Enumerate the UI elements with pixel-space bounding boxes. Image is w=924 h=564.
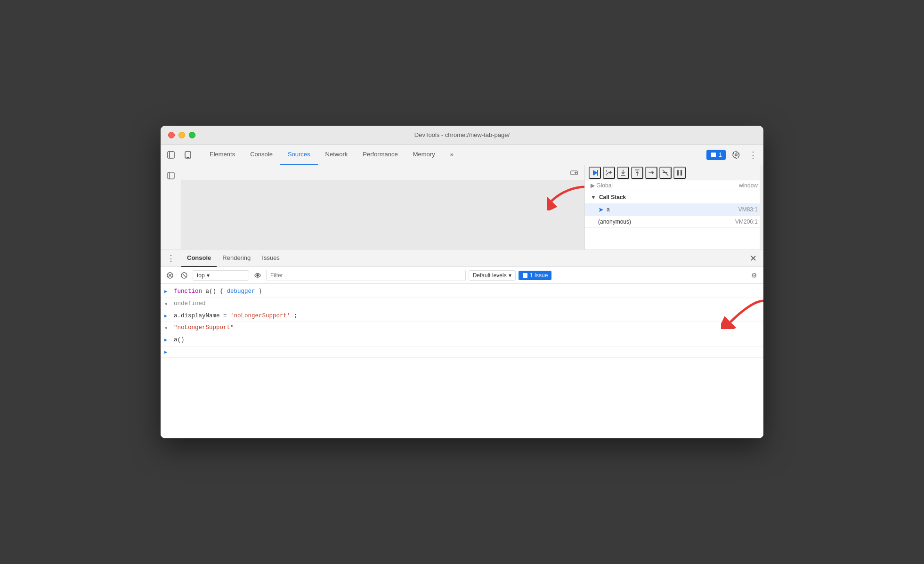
call-stack-header[interactable]: ▼ Call Stack <box>585 191 763 203</box>
console-tab-rendering[interactable]: Rendering <box>217 250 256 267</box>
svg-rect-17 <box>681 170 682 176</box>
input-arrow-3: ▶ <box>164 313 172 320</box>
console-line-5: ▶ a() <box>161 334 763 346</box>
svg-rect-26 <box>523 273 527 278</box>
tab-sources[interactable]: Sources <box>280 145 318 165</box>
window-title: DevTools - chrome://new-tab-page/ <box>414 131 510 138</box>
svg-rect-5 <box>168 172 174 179</box>
console-output: ▶ function a() { debugger } ◀ undefined <box>161 284 763 438</box>
prompt-arrow: ▶ <box>164 349 172 356</box>
sources-editor <box>181 165 584 250</box>
active-frame-arrow: ➤ <box>598 206 604 213</box>
fn-anonymous-label: (anonymous) <box>598 218 631 225</box>
svg-rect-8 <box>597 170 598 176</box>
fn-anonymous-location: VM206:1 <box>735 218 758 225</box>
step-out-button[interactable] <box>631 167 643 179</box>
more-sources-button[interactable] <box>567 166 581 179</box>
console-text-5: a() <box>174 336 760 345</box>
svg-rect-3 <box>186 157 189 158</box>
step-button[interactable] <box>645 167 657 179</box>
log-levels-button[interactable]: Default levels ▾ <box>469 270 516 281</box>
minimize-button[interactable] <box>178 132 185 138</box>
clear-console-button[interactable] <box>164 270 176 281</box>
step-into-button[interactable] <box>617 167 629 179</box>
svg-marker-7 <box>593 170 598 176</box>
more-options-button[interactable]: ⋮ <box>746 148 760 161</box>
console-text-3: a.displayName = 'noLongerSupport' ; <box>174 312 760 321</box>
sources-panel: ▶ Global window ▼ Call Stack ➤ a VM83:1 <box>161 165 763 250</box>
svg-point-25 <box>257 274 259 276</box>
tab-console[interactable]: Console <box>243 145 280 165</box>
top-toolbar: Elements Console Sources Network Perform… <box>161 145 763 165</box>
traffic-lights <box>168 132 195 138</box>
cursor-tool-button[interactable] <box>164 148 178 161</box>
console-text-2: undefined <box>174 299 760 308</box>
console-filter-input[interactable] <box>266 270 466 281</box>
tab-elements[interactable]: Elements <box>202 145 243 165</box>
sources-sidebar <box>161 165 181 250</box>
input-arrow-1: ▶ <box>164 288 172 295</box>
console-tabs-bar: ⋮ Console Rendering Issues ✕ <box>161 250 763 267</box>
input-arrow-5: ▶ <box>164 337 172 344</box>
svg-rect-15 <box>663 172 667 173</box>
scope-global-row: ▶ Global window <box>585 180 763 191</box>
tab-memory[interactable]: Memory <box>405 145 443 165</box>
console-settings-button[interactable]: ⚙ <box>748 270 760 281</box>
issues-badge-button[interactable]: 1 <box>706 150 726 160</box>
keyword-function: function <box>174 288 202 295</box>
device-toggle-button[interactable] <box>181 148 195 161</box>
maximize-button[interactable] <box>189 132 195 138</box>
sources-editor-toolbar <box>181 165 584 180</box>
console-line-4: ◀ "noLongerSupport" <box>161 322 763 334</box>
call-stack-item-a[interactable]: ➤ a VM83:1 <box>585 203 763 216</box>
output-arrow-2: ◀ <box>164 300 172 307</box>
settings-button[interactable] <box>729 148 743 161</box>
filter-toggle-button[interactable] <box>178 270 190 281</box>
svg-rect-4 <box>711 153 716 157</box>
toolbar-icons-left <box>164 148 195 161</box>
issue-count-badge[interactable]: 1 Issue <box>519 271 552 280</box>
console-more-button[interactable]: ⋮ <box>164 252 178 265</box>
call-stack-chevron: ▼ <box>591 194 596 201</box>
step-over-button[interactable] <box>603 167 615 179</box>
fn-a-label: a <box>607 206 610 213</box>
svg-rect-16 <box>677 170 679 176</box>
call-stack-item-anonymous[interactable]: (anonymous) VM206:1 <box>585 216 763 228</box>
console-filter-bar: top ▾ Default levels ▾ <box>161 267 763 284</box>
tab-network[interactable]: Network <box>318 145 356 165</box>
console-close-button[interactable]: ✕ <box>746 252 760 265</box>
call-stack-title: Call Stack <box>599 194 626 201</box>
expand-sidebar-button[interactable] <box>164 169 178 182</box>
console-tab-issues[interactable]: Issues <box>256 250 285 267</box>
eye-toggle-button[interactable] <box>252 270 263 281</box>
main-nav-tabs: Elements Console Sources Network Perform… <box>202 145 705 165</box>
svg-rect-0 <box>168 152 174 158</box>
debugger-scrollbar[interactable] <box>760 165 763 250</box>
console-tab-console[interactable]: Console <box>181 250 217 267</box>
console-line-3: ▶ a.displayName = 'noLongerSupport' ; <box>161 310 763 322</box>
fn-name-a: ➤ a <box>598 206 610 213</box>
console-input-prompt[interactable]: ▶ <box>161 346 763 358</box>
fn-name-anonymous: (anonymous) <box>598 218 631 225</box>
scope-value: window <box>739 182 758 189</box>
console-line-1: ▶ function a() { debugger } <box>161 286 763 298</box>
tab-more[interactable]: » <box>443 145 461 165</box>
editor-area <box>181 180 584 250</box>
pause-on-exceptions-button[interactable] <box>673 167 686 179</box>
deactivate-breakpoints-button[interactable] <box>659 167 672 179</box>
toolbar-right: 1 ⋮ <box>706 148 760 161</box>
scope-label: ▶ Global <box>591 182 613 189</box>
devtools-body: Elements Console Sources Network Perform… <box>161 145 763 438</box>
devtools-window: DevTools - chrome://new-tab-page/ <box>161 126 763 438</box>
console-section: ⋮ Console Rendering Issues ✕ <box>161 250 763 438</box>
output-arrow-4: ◀ <box>164 324 172 331</box>
svg-line-23 <box>183 274 186 277</box>
console-tabs: Console Rendering Issues <box>181 250 743 267</box>
levels-chevron: ▾ <box>509 272 511 279</box>
fn-a-location: VM83:1 <box>738 206 758 213</box>
resume-button[interactable] <box>589 167 601 179</box>
context-selector[interactable]: top ▾ <box>193 270 249 281</box>
tab-performance[interactable]: Performance <box>355 145 405 165</box>
close-button[interactable] <box>168 132 175 138</box>
titlebar: DevTools - chrome://new-tab-page/ <box>161 126 763 145</box>
